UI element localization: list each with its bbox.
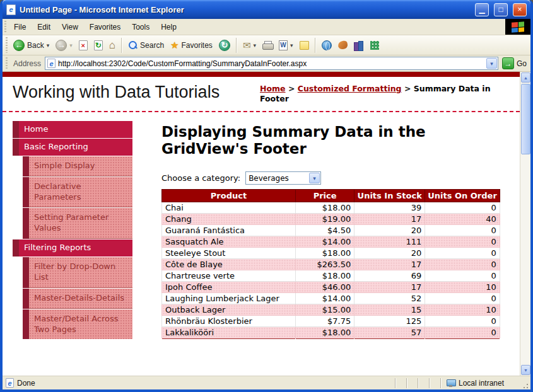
address-bar: Address e http://localhost:2302/Code/Cus… <box>3 55 530 72</box>
grid-row: Steeleye Stout$18.00200 <box>162 248 500 259</box>
sidebar-notch <box>23 177 29 208</box>
sidebar-notch <box>13 121 19 138</box>
title-bar: e Untitled Page - Microsoft Internet Exp… <box>3 0 530 19</box>
go-button[interactable]: → Go <box>502 57 527 69</box>
breadcrumb-home-link[interactable]: Home <box>260 84 286 93</box>
sidebar-item-home[interactable]: Home <box>13 121 132 138</box>
grid-footer-cell <box>162 338 296 339</box>
sidebar-item-label[interactable]: Simple Display <box>29 156 132 176</box>
grid-cell: 0 <box>425 236 500 248</box>
animal-tool-button[interactable] <box>336 40 350 50</box>
edit-dropdown-icon[interactable]: ▾ <box>290 42 293 49</box>
select-dropdown-icon[interactable]: ▾ <box>309 173 320 183</box>
grid-header-row: ProductPriceUnits In StockUnits On Order <box>162 190 500 202</box>
address-dropdown-button[interactable]: ▾ <box>486 58 497 69</box>
sidebar-item-filter-by-drop-down-list[interactable]: Filter by Drop-Down List <box>23 257 132 288</box>
sidebar-item-filtering-reports[interactable]: Filtering Reports <box>13 239 132 257</box>
sidebar-item-basic-reporting[interactable]: Basic Reporting <box>13 139 132 156</box>
sidebar-item-master-details-details[interactable]: Master-Details-Details <box>23 289 132 309</box>
sidebar-item-label[interactable]: Home <box>19 121 132 138</box>
sidebar-notch <box>23 156 29 176</box>
grid-cell: $46.00 <box>296 282 354 293</box>
back-dropdown-icon[interactable]: ▾ <box>47 42 50 49</box>
menu-favorites[interactable]: Favorites <box>84 19 126 35</box>
sidebar-item-label[interactable]: Setting Parameter Values <box>29 208 132 239</box>
back-button[interactable]: ← Back ▾ <box>11 38 52 52</box>
page-title: Displaying Summary Data in the GridView'… <box>161 124 464 158</box>
vertical-scrollbar[interactable]: ▲ ▼ <box>520 72 530 376</box>
toolbar-separator <box>315 38 316 53</box>
mail-button[interactable]: ✉ ▾ <box>240 39 259 51</box>
sidebar-notch <box>13 239 19 257</box>
sidebar-item-declarative-parameters[interactable]: Declarative Parameters <box>23 177 132 208</box>
minimize-button[interactable]: ▁ <box>475 3 489 16</box>
close-button[interactable]: × <box>513 3 527 16</box>
grid-row: Guaraná Fantástica$4.50200 <box>162 225 500 236</box>
maximize-button[interactable]: □ <box>494 3 508 16</box>
browser-window: e Untitled Page - Microsoft Internet Exp… <box>0 0 533 392</box>
menu-view[interactable]: View <box>56 19 84 35</box>
menu-tools[interactable]: Tools <box>126 19 155 35</box>
sidebar-item-label[interactable]: Filter by Drop-Down List <box>29 257 132 288</box>
scrollbar-thumb[interactable] <box>521 84 530 154</box>
stop-button[interactable]: × <box>76 39 90 52</box>
product-cell: Chai <box>162 202 296 214</box>
product-cell: Rhönbräu Klosterbier <box>162 316 296 327</box>
grid-cell: 0 <box>425 327 500 338</box>
grid-cell: 17 <box>354 282 425 293</box>
grid-body: Chai$18.00390Chang$19.001740Guaraná Fant… <box>162 202 500 338</box>
sidebar-item-label[interactable]: Master-Details-Details <box>29 289 132 309</box>
sidebar-item-simple-display[interactable]: Simple Display <box>23 156 132 176</box>
grid-cell: 17 <box>354 259 425 270</box>
print-button[interactable] <box>260 40 275 50</box>
windows-logo-icon <box>505 19 530 35</box>
masthead: Working with Data Tutorials Home > Custo… <box>3 77 520 112</box>
menu-help[interactable]: Help <box>155 19 182 35</box>
page-top-stripe <box>3 72 520 77</box>
status-panel-divider <box>395 378 396 388</box>
toolbar-drag-handle[interactable] <box>4 37 9 53</box>
menu-edit[interactable]: Edit <box>32 19 56 35</box>
refresh-button[interactable]: ↻ <box>91 39 105 52</box>
favorites-star-icon: ★ <box>170 40 179 50</box>
scroll-up-button[interactable]: ▲ <box>521 72 530 83</box>
web-search-button[interactable] <box>319 39 334 52</box>
globe-icon <box>322 40 332 50</box>
sidebar-item-master-detail-across-two-pages[interactable]: Master/Detail Across Two Pages <box>23 309 132 339</box>
menu-file[interactable]: File <box>8 19 32 35</box>
forward-button[interactable]: → ▾ <box>53 38 75 52</box>
grid-cell: 0 <box>425 270 500 282</box>
grid-column-header-units-in-stock: Units In Stock <box>354 190 425 202</box>
product-cell: Ipoh Coffee <box>162 282 296 293</box>
address-url[interactable]: http://localhost:2302/Code/CustomFormatt… <box>58 59 484 68</box>
favorites-button[interactable]: ★ Favorites <box>168 39 215 51</box>
sidebar-notch <box>23 289 29 309</box>
resize-grip[interactable] <box>521 381 529 389</box>
sidebar-item-label[interactable]: Master/Detail Across Two Pages <box>29 309 132 339</box>
sidebar-item-label[interactable]: Declarative Parameters <box>29 177 132 208</box>
messenger-button[interactable] <box>368 40 382 51</box>
mail-dropdown-icon[interactable]: ▾ <box>253 42 256 49</box>
category-select[interactable]: Beverages ▾ <box>245 171 321 185</box>
product-cell: Côte de Blaye <box>162 259 296 270</box>
sidebar-item-label[interactable]: Basic Reporting <box>19 139 132 156</box>
scroll-down-button[interactable]: ▼ <box>521 365 530 375</box>
sidebar-item-label[interactable]: Filtering Reports <box>19 239 132 257</box>
address-drag-handle[interactable] <box>4 57 9 69</box>
grid-cell: 0 <box>425 259 500 270</box>
address-input[interactable]: e http://localhost:2302/Code/CustomForma… <box>45 57 498 70</box>
local-intranet-icon <box>447 379 455 387</box>
home-button[interactable]: ⌂ <box>107 38 118 52</box>
menu-drag-handle[interactable] <box>3 21 8 33</box>
breadcrumb-customized-formatting-link[interactable]: Customized Formatting <box>298 84 402 93</box>
sidebar-item-setting-parameter-values[interactable]: Setting Parameter Values <box>23 208 132 239</box>
research-button[interactable] <box>351 40 366 51</box>
edit-with-word-button[interactable]: W ▾ <box>276 39 296 52</box>
grid-cell: 0 <box>425 293 500 304</box>
search-button[interactable]: Search <box>126 39 167 51</box>
discuss-button[interactable] <box>297 40 312 51</box>
grid-cell: $18.00 <box>296 270 354 282</box>
grid-cell: 10 <box>425 304 500 316</box>
print-icon <box>262 41 272 49</box>
history-button[interactable]: ↻ <box>216 38 233 52</box>
